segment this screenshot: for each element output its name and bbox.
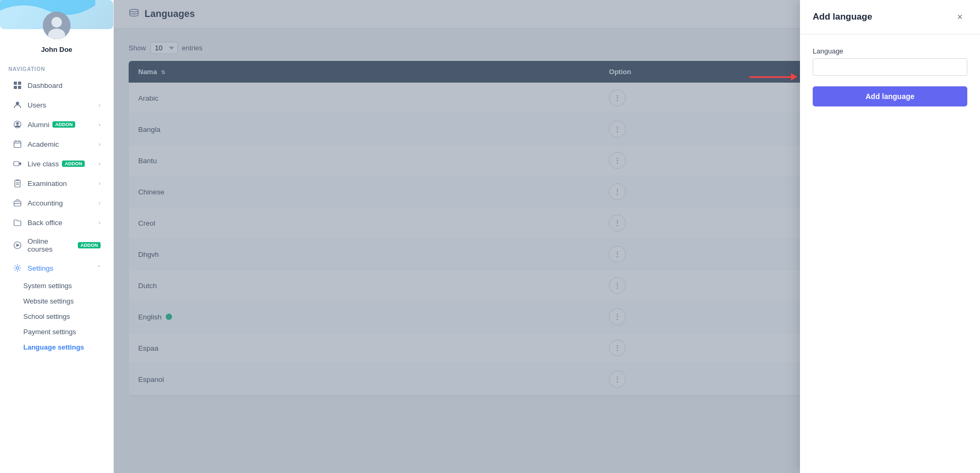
settings-subnav: System settings Website settings School … (0, 278, 113, 355)
avatar-image (43, 12, 70, 39)
language-name: Espaa (138, 344, 158, 352)
svg-rect-10 (14, 141, 21, 148)
academic-icon (13, 139, 22, 149)
show-entries: Show 10 25 50 100 entries (129, 42, 203, 54)
row-name-cell: Chinese (129, 176, 599, 208)
nav-label: NAVIGATION (0, 60, 113, 75)
language-name: Bangla (138, 126, 160, 133)
drawer-close-button[interactable]: × (952, 10, 967, 24)
settings-icon (13, 263, 22, 273)
row-name-cell: Espaa (129, 333, 599, 364)
language-name: Dutch (138, 282, 157, 290)
sidebar-item-liveclass[interactable]: Live class addon › (4, 154, 109, 173)
liveclass-icon (13, 159, 22, 168)
sidebar-item-users[interactable]: Users › (4, 95, 109, 114)
row-option-button[interactable]: ⋮ (609, 152, 626, 169)
video-svg (13, 159, 22, 168)
sidebar-item-label: Live class (28, 160, 59, 168)
row-name-cell: Arabic (129, 83, 599, 114)
chevron-icon: › (98, 180, 101, 186)
sidebar-item-label: Accounting (28, 199, 63, 207)
subnav-website-settings[interactable]: Website settings (23, 293, 113, 309)
sidebar-item-alumni[interactable]: Alumni addon › (4, 115, 109, 134)
subnav-language-settings[interactable]: Language settings (23, 340, 113, 355)
settings-svg (13, 264, 22, 272)
row-option-button[interactable]: ⋮ (609, 90, 626, 106)
svg-rect-3 (14, 82, 17, 85)
lang-name-cell: English (138, 313, 590, 321)
entries-label: entries (182, 44, 203, 52)
row-name-cell: Creol (129, 208, 599, 239)
avatar-svg (43, 12, 70, 39)
chevron-icon: › (98, 141, 101, 147)
close-icon: × (957, 12, 963, 23)
language-name: English (138, 313, 161, 321)
lang-name-cell: Bangla (138, 126, 590, 133)
drawer-header: Add language × (800, 0, 980, 34)
languages-icon (129, 7, 139, 21)
grid-svg (13, 81, 22, 90)
chevron-icon: › (98, 121, 101, 128)
subnav-school-settings[interactable]: School settings (23, 309, 113, 324)
row-name-cell: Dhgvh (129, 239, 599, 270)
active-status-dot (166, 314, 172, 320)
svg-rect-6 (18, 86, 21, 89)
add-language-button[interactable]: Add language (813, 86, 967, 106)
alumni-icon (13, 120, 22, 129)
chevron-icon: › (98, 219, 101, 226)
row-option-button[interactable]: ⋮ (609, 183, 626, 200)
sidebar-item-onlinecourses[interactable]: Online courses addon (4, 233, 109, 258)
svg-point-23 (16, 267, 19, 270)
sidebar-item-label: Alumni (28, 121, 49, 129)
sidebar-item-label: Back office (28, 219, 62, 227)
sidebar-item-dashboard[interactable]: Dashboard (4, 76, 109, 95)
lang-name-cell: Dutch (138, 282, 590, 290)
examination-icon (13, 179, 22, 188)
language-field-label: Language (813, 47, 967, 55)
sidebar-item-label: Examination (28, 180, 67, 188)
sidebar-item-accounting[interactable]: Accounting › (4, 193, 109, 212)
add-language-drawer: Add language × Language Add language (800, 0, 980, 473)
language-name: Bantu (138, 157, 157, 165)
lang-name-cell: Dhgvh (138, 251, 590, 258)
row-option-button[interactable]: ⋮ (609, 277, 626, 294)
svg-point-24 (130, 10, 138, 12)
row-option-button[interactable]: ⋮ (609, 308, 626, 325)
row-name-cell: Bangla (129, 114, 599, 145)
chevron-icon: › (98, 200, 101, 206)
users-icon (13, 100, 22, 110)
row-name-cell: Dutch (129, 270, 599, 301)
lang-name-cell: Espaa (138, 344, 590, 352)
row-option-button[interactable]: ⋮ (609, 371, 626, 388)
drawer-title: Add language (813, 12, 872, 22)
col-option-label: Option (609, 68, 631, 76)
subnav-payment-settings[interactable]: Payment settings (23, 324, 113, 340)
row-option-button[interactable]: ⋮ (609, 215, 626, 231)
sidebar-item-examination[interactable]: Examination › (4, 174, 109, 193)
language-input[interactable] (813, 58, 967, 76)
row-name-cell: English (129, 301, 599, 333)
clipboard-svg (13, 179, 22, 188)
row-option-button[interactable]: ⋮ (609, 246, 626, 263)
entries-select[interactable]: 10 25 50 100 (150, 42, 178, 54)
col-nama[interactable]: Nama ⇅ (129, 61, 599, 83)
sidebar-item-academic[interactable]: Academic › (4, 135, 109, 154)
svg-point-1 (51, 17, 62, 28)
page-title: Languages (145, 8, 195, 20)
sidebar-item-label: Online courses (28, 237, 75, 253)
sidebar-item-backoffice[interactable]: Back office › (4, 213, 109, 232)
lang-name-cell: Espanol (138, 376, 590, 383)
subnav-system-settings[interactable]: System settings (23, 278, 113, 293)
svg-point-7 (16, 102, 19, 105)
row-option-button[interactable]: ⋮ (609, 340, 626, 356)
sidebar: John Doe NAVIGATION Dashboard Users › (0, 0, 114, 473)
play-circle-svg (13, 241, 22, 249)
sidebar-item-settings[interactable]: Settings ˅ (4, 258, 109, 278)
profile-area: John Doe (0, 0, 113, 60)
svg-point-9 (16, 122, 19, 125)
nav-items: Dashboard Users › Alumni addon › (0, 75, 113, 473)
row-option-button[interactable]: ⋮ (609, 121, 626, 138)
language-name: Dhgvh (138, 251, 159, 258)
language-name: Chinese (138, 188, 165, 196)
language-name: Creol (138, 219, 155, 227)
